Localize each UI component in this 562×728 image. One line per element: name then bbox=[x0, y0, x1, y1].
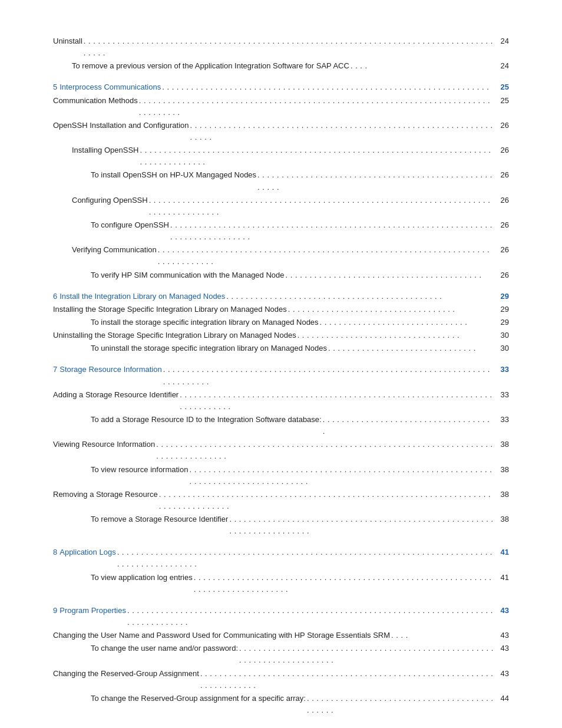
entry-page: 38 bbox=[495, 513, 509, 525]
entry-page: 24 bbox=[495, 60, 509, 72]
entry-page: 43 bbox=[495, 668, 509, 680]
entry-label: Removing a Storage Resource bbox=[53, 489, 158, 500]
toc-entry-adding-storage-resource: Adding a Storage Resource Identifier . .… bbox=[53, 389, 509, 413]
toc-entry-removing-storage: Removing a Storage Resource . . . . . . … bbox=[53, 489, 509, 512]
entry-page: 43 bbox=[495, 630, 509, 641]
toc-entry-uninstalling-storage-lib: Uninstalling the Storage Specific Integr… bbox=[53, 330, 509, 341]
toc-entry-openssh-install: OpenSSH Installation and Configuration .… bbox=[53, 120, 509, 143]
entry-label: Uninstall bbox=[53, 35, 82, 47]
section10-block: 10Operational Details . . . . . . . . . … bbox=[53, 726, 509, 728]
section-number: 7Storage Resource Information bbox=[53, 364, 162, 375]
toc-entry-view-app-log: To view application log entries . . . . … bbox=[53, 572, 509, 595]
entry-dots: . . . . . . . . . . . . . . . . . . . . … bbox=[320, 317, 494, 328]
section-number: 10Operational Details bbox=[53, 726, 127, 728]
entry-page: 30 bbox=[495, 342, 509, 354]
entry-label: Changing the Reserved-Group Assignment bbox=[53, 668, 199, 680]
toc-entry-configuring-openssh: Configuring OpenSSH . . . . . . . . . . … bbox=[53, 195, 509, 218]
section5-block: 5Interprocess Communications . . . . . .… bbox=[53, 81, 509, 281]
entry-label: To install the storage specific integrat… bbox=[91, 317, 319, 328]
toc-entry-install-openssh-hpux: To install OpenSSH on HP-UX Mangaged Nod… bbox=[53, 169, 509, 193]
entry-label: To remove a Storage Resource Identifier bbox=[91, 513, 228, 525]
entry-dots: . . . . . . . . . . . . . . . . . . . . … bbox=[84, 35, 494, 59]
toc-entry-uninstall: Uninstall . . . . . . . . . . . . . . . … bbox=[53, 35, 509, 59]
toc-section10-header: 10Operational Details . . . . . . . . . … bbox=[53, 726, 509, 728]
entry-dots: . . . . . . . . . . . . . . . . . . . . … bbox=[200, 668, 494, 691]
entry-page: 41 bbox=[495, 572, 509, 584]
toc-entry-configure-openssh: To configure OpenSSH . . . . . . . . . .… bbox=[53, 219, 509, 243]
section7-block: 7Storage Resource Information . . . . . … bbox=[53, 364, 509, 537]
section-number: 5Interprocess Communications bbox=[53, 81, 161, 93]
toc-section7-header: 7Storage Resource Information . . . . . … bbox=[53, 364, 509, 387]
entry-page: 26 bbox=[495, 144, 509, 156]
toc-entry-viewing-resource: Viewing Resource Information . . . . . .… bbox=[53, 439, 509, 462]
toc-entry-installing-storage-lib: Installing the Storage Specific Integrat… bbox=[53, 304, 509, 315]
entry-dots: . . . . . . . . . . . . . . . . . . . . … bbox=[128, 726, 494, 728]
entry-dots: . . . . . . . . . . . . . . . . . . . . … bbox=[180, 389, 494, 413]
entry-dots: . . . . . . . . . . . . . . . . . . . . … bbox=[286, 269, 494, 281]
toc-entry-to-install-storage-lib: To install the storage specific integrat… bbox=[53, 317, 509, 328]
section-number: 8Application Logs bbox=[53, 546, 116, 558]
entry-page: 29 bbox=[495, 317, 509, 328]
toc-entry-to-remove-storage: To remove a Storage Resource Identifier … bbox=[53, 513, 509, 537]
section-title: Storage Resource Information bbox=[59, 365, 161, 374]
entry-label: To change the Reserved-Group assignment … bbox=[91, 693, 306, 704]
entry-page: 33 bbox=[495, 364, 509, 375]
entry-label: OpenSSH Installation and Configuration bbox=[53, 120, 189, 131]
entry-label: To uninstall the storage specific integr… bbox=[91, 342, 327, 354]
entry-page: 24 bbox=[495, 35, 509, 47]
entry-page: 26 bbox=[495, 219, 509, 231]
entry-page: 38 bbox=[495, 489, 509, 500]
section-title: Program Properties bbox=[59, 606, 126, 615]
entry-label: To add a Storage Resource ID to the Inte… bbox=[91, 414, 322, 426]
entry-label: To view application log entries bbox=[91, 572, 193, 584]
entry-label: To remove a previous version of the Appl… bbox=[72, 60, 349, 72]
entry-dots: . . . . . . . . . . . . . . . . . . . . … bbox=[239, 643, 494, 666]
entry-dots: . . . . . . . . . . . . . . . . . . . . … bbox=[288, 304, 494, 315]
entry-page: 25 bbox=[495, 95, 509, 107]
entry-dots: . . . . bbox=[351, 60, 494, 72]
entry-label: Verifying Communication bbox=[72, 244, 157, 256]
toc-entry-changing-reserved-group: Changing the Reserved-Group Assignment .… bbox=[53, 668, 509, 691]
entry-page: 44 bbox=[495, 693, 509, 704]
entry-label: To view resource information bbox=[91, 464, 188, 476]
entry-page: 26 bbox=[495, 169, 509, 181]
entry-page: 29 bbox=[495, 291, 509, 302]
toc-entry-to-change-user-pass: To change the user name and/or password:… bbox=[53, 643, 509, 666]
entry-page: 43 bbox=[495, 605, 509, 617]
entry-label: To change the user name and/or password: bbox=[91, 643, 238, 654]
entry-dots: . . . . . . . . . . . . . . . . . . . . … bbox=[226, 291, 494, 302]
entry-page: 43 bbox=[495, 643, 509, 654]
entry-page: 38 bbox=[495, 439, 509, 450]
entry-dots: . . . . . . . . . . . . . . . . . . . . … bbox=[117, 546, 494, 570]
toc-entry-changing-user-pass: Changing the User Name and Password Used… bbox=[53, 630, 509, 641]
entry-dots: . . . . . . . . . . . . . . . . . . . . … bbox=[194, 572, 494, 595]
entry-dots: . . . . . . . . . . . . . . . . . . . . … bbox=[158, 244, 494, 268]
entry-label: Adding a Storage Resource Identifier bbox=[53, 389, 178, 401]
entry-dots: . . . . . . . . . . . . . . . . . . . . … bbox=[307, 693, 494, 716]
toc-entry-to-view-resource: To view resource information . . . . . .… bbox=[53, 464, 509, 487]
toc-section5-header: 5Interprocess Communications . . . . . .… bbox=[53, 81, 509, 93]
toc-entry-to-uninstall-storage-lib: To uninstall the storage specific integr… bbox=[53, 342, 509, 354]
toc-section8-header: 8Application Logs . . . . . . . . . . . … bbox=[53, 546, 509, 570]
entry-page: 33 bbox=[495, 414, 509, 426]
entry-page: 25 bbox=[495, 81, 509, 93]
entry-page: 33 bbox=[495, 389, 509, 401]
toc-section6-header: 6Install the Integration Library on Mana… bbox=[53, 291, 509, 302]
entry-dots: . . . . . . . . . . . . . . . . . . . . … bbox=[156, 439, 494, 462]
toc-entry-verifying-comm: Verifying Communication . . . . . . . . … bbox=[53, 244, 509, 268]
section-title: Interprocess Communications bbox=[59, 83, 161, 91]
entry-label: To verify HP SIM communication with the … bbox=[91, 269, 285, 281]
entry-label: Configuring OpenSSH bbox=[72, 195, 148, 206]
entry-dots: . . . . . . . . . . . . . . . . . . . . … bbox=[140, 144, 494, 168]
entry-dots: . . . . . . . . . . . . . . . . . . . . … bbox=[139, 95, 494, 118]
entry-dots: . . . . . . . . . . . . . . . . . . . . … bbox=[229, 513, 494, 537]
entry-label: Installing the Storage Specific Integrat… bbox=[53, 304, 287, 315]
uninstall-section: Uninstall . . . . . . . . . . . . . . . … bbox=[53, 35, 509, 72]
entry-label: Changing the User Name and Password Used… bbox=[53, 630, 390, 641]
section-title: Application Logs bbox=[59, 548, 115, 556]
section6-block: 6Install the Integration Library on Mana… bbox=[53, 291, 509, 355]
entry-page: 45 bbox=[495, 726, 509, 728]
section9-block: 9Program Properties . . . . . . . . . . … bbox=[53, 605, 509, 716]
entry-label: Installing OpenSSH bbox=[72, 144, 138, 156]
entry-dots: . . . . . . . . . . . . . . . . . . . . … bbox=[257, 169, 494, 193]
